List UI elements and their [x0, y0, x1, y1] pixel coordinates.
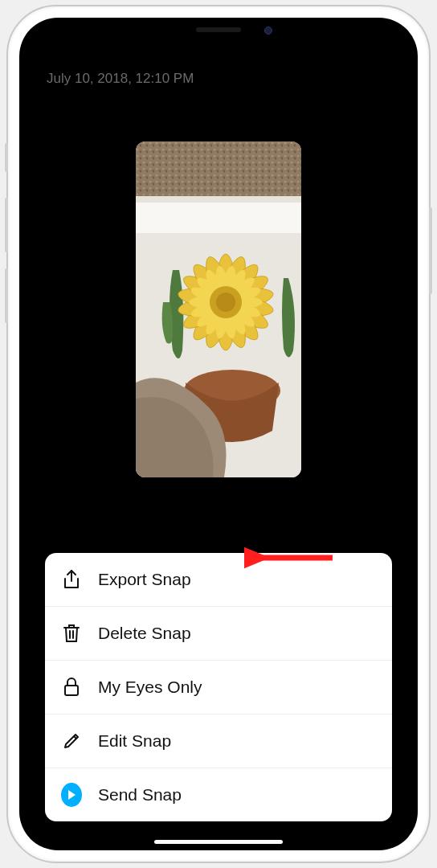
menu-label: Send Snap: [98, 785, 182, 805]
phone-frame: July 10, 2018, 12:10 PM: [6, 5, 431, 863]
svg-rect-6: [136, 196, 301, 203]
screen: July 10, 2018, 12:10 PM: [19, 18, 418, 850]
menu-label: Delete Snap: [98, 624, 191, 643]
menu-label: Edit Snap: [98, 731, 171, 751]
svg-rect-29: [65, 686, 78, 695]
speaker: [196, 27, 241, 32]
share-icon: [61, 569, 82, 590]
power-button: [429, 207, 432, 294]
volume-up: [5, 198, 8, 252]
lock-icon: [61, 677, 82, 698]
send-icon: [61, 784, 82, 805]
action-sheet: Export Snap Delete Snap: [45, 553, 392, 821]
export-snap-button[interactable]: Export Snap: [45, 553, 392, 607]
mute-switch: [5, 143, 8, 172]
front-camera: [264, 27, 272, 35]
snap-thumbnail[interactable]: [136, 141, 301, 477]
pencil-icon: [61, 731, 82, 751]
delete-snap-button[interactable]: Delete Snap: [45, 607, 392, 661]
notch: [134, 18, 303, 43]
flower-photo: [136, 141, 301, 477]
menu-label: Export Snap: [98, 570, 191, 589]
edit-snap-button[interactable]: Edit Snap: [45, 714, 392, 768]
send-snap-button[interactable]: Send Snap: [45, 768, 392, 821]
my-eyes-only-button[interactable]: My Eyes Only: [45, 661, 392, 714]
svg-point-28: [216, 293, 235, 312]
home-indicator[interactable]: [154, 840, 283, 844]
trash-icon: [61, 623, 82, 644]
timestamp: July 10, 2018, 12:10 PM: [47, 71, 194, 87]
volume-down: [5, 268, 8, 323]
menu-label: My Eyes Only: [98, 678, 202, 697]
